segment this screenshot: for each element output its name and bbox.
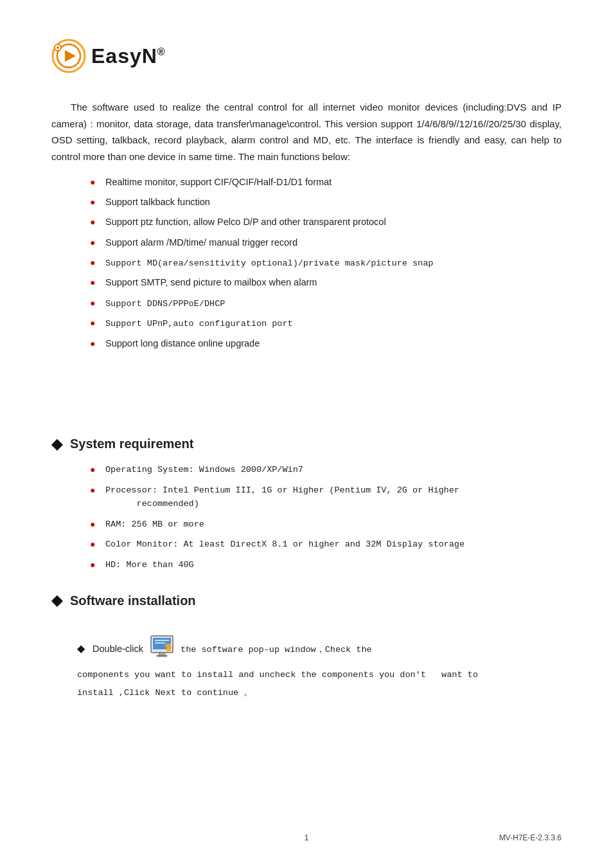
software-installation-heading: ◆ Software installation [51, 592, 562, 609]
svg-rect-7 [155, 640, 169, 641]
svg-rect-8 [155, 642, 165, 644]
list-item: Support MD(area/sensitivity optional)/pr… [90, 255, 562, 271]
svg-point-4 [57, 46, 59, 49]
install-description: ◆ Double-click [77, 635, 562, 664]
logo-area: EasyN® [51, 39, 562, 73]
page: EasyN® The software used to realize the … [0, 0, 613, 868]
install-instruction: ◆ Double-click [77, 635, 562, 701]
software-installation-section: ◆ Software installation ◆ Double-click [51, 592, 562, 701]
list-item: HD: More than 40G [90, 558, 562, 572]
list-item: Color Monitor: At least DirectX 8.1 or h… [90, 538, 562, 552]
install-text-3: install ,Click Next to continue 。 [77, 685, 562, 701]
version-text: MV-H7E-E-2.3.3.6 [499, 833, 562, 842]
system-req-list: Operating System: Windows 2000/XP/Win7 P… [90, 463, 562, 572]
diamond-icon-2: ◆ [51, 592, 62, 609]
list-item: Support talkback function [90, 195, 562, 210]
svg-rect-10 [157, 655, 167, 656]
feature-list: Realtime monitor, support CIF/QCIF/Half-… [90, 175, 562, 351]
page-footer: 1 MV-H7E-E-2.3.3.6 [0, 833, 613, 842]
easyn-logo-icon [51, 39, 86, 73]
list-item: Support DDNS/PPPoE/DHCP [90, 296, 562, 311]
svg-marker-2 [65, 50, 76, 62]
list-item: Support alarm /MD/time/ manual trigger r… [90, 235, 562, 250]
list-item: Operating System: Windows 2000/XP/Win7 [90, 463, 562, 477]
list-item: Support ptz function, allow Pelco D/P an… [90, 215, 562, 230]
list-item: Support SMTP, send picture to mailbox wh… [90, 275, 562, 290]
installer-icon [150, 635, 174, 664]
list-item: Realtime monitor, support CIF/QCIF/Half-… [90, 175, 562, 190]
list-item: RAM: 256 MB or more [90, 518, 562, 532]
system-requirement-heading: ◆ System requirement [51, 436, 562, 453]
svg-rect-9 [159, 653, 164, 655]
intro-paragraph: The software used to realize the central… [51, 99, 562, 165]
logo-text: EasyN® [91, 44, 166, 68]
list-item: Processor: Intel Pentium III, 1G or High… [90, 484, 562, 511]
list-item: Support long distance online upgrade [90, 336, 562, 351]
list-item: Support UPnP,auto configuration port [90, 316, 562, 331]
install-text-2: components you want to install and unche… [77, 667, 562, 683]
diamond-icon: ◆ [51, 436, 62, 453]
install-diamond-icon: ◆ [77, 643, 85, 654]
